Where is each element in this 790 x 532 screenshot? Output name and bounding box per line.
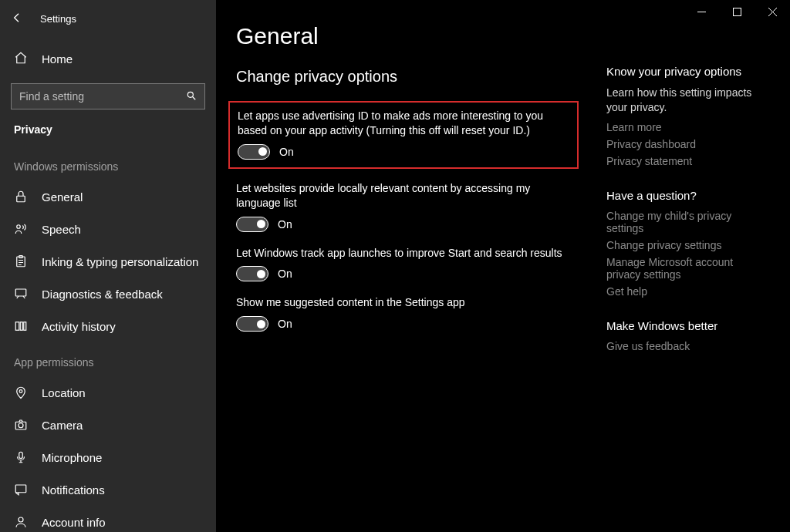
maximize-button[interactable] <box>719 0 755 23</box>
svg-rect-12 <box>19 452 23 458</box>
content-column: General Change privacy options Let apps … <box>216 0 586 532</box>
sidebar-item-label: Notifications <box>42 483 105 497</box>
toggle-state-label: On <box>279 146 294 158</box>
sidebar-item-camera[interactable]: Camera <box>0 409 216 441</box>
sidebar-group-windows: Windows permissions <box>0 146 216 180</box>
notifications-icon <box>14 483 28 497</box>
sidebar-item-activity[interactable]: Activity history <box>0 310 216 342</box>
microphone-icon <box>14 450 28 464</box>
toggle-knob <box>258 147 267 156</box>
link-feedback[interactable]: Give us feedback <box>606 340 759 352</box>
toggle-language-list[interactable] <box>236 217 268 232</box>
sidebar-group-app: App permissions <box>0 342 216 376</box>
camera-icon <box>14 418 28 432</box>
have-question-block: Have a question? Change my child's priva… <box>606 189 759 298</box>
link-child-privacy[interactable]: Change my child's privacy settings <box>606 210 759 234</box>
sidebar-home[interactable]: Home <box>0 42 216 76</box>
clipboard-icon <box>14 254 28 268</box>
sidebar-item-label: General <box>42 190 83 204</box>
toggle-state-label: On <box>278 268 292 280</box>
sidebar-item-microphone[interactable]: Microphone <box>0 441 216 473</box>
setting-desc: Show me suggested content in the Setting… <box>236 295 571 310</box>
page-subtitle: Change privacy options <box>236 68 571 86</box>
sidebar-item-label: Inking & typing personalization <box>42 255 198 268</box>
link-get-help[interactable]: Get help <box>606 285 759 298</box>
link-privacy-statement[interactable]: Privacy statement <box>606 155 759 167</box>
sidebar-item-speech[interactable]: Speech <box>0 213 216 245</box>
toggle-state-label: On <box>278 318 292 330</box>
sidebar-item-label: Camera <box>42 419 83 432</box>
svg-rect-7 <box>20 322 22 331</box>
setting-desc: Let Windows track app launches to improv… <box>236 246 571 261</box>
sidebar-item-general[interactable]: General <box>0 180 216 213</box>
right-heading: Have a question? <box>606 189 759 202</box>
svg-rect-15 <box>733 8 741 15</box>
svg-point-14 <box>19 517 23 522</box>
page-title: General <box>236 23 571 49</box>
close-button[interactable] <box>755 0 790 23</box>
svg-point-0 <box>187 92 193 97</box>
setting-desc: Let apps use advertising ID to make ads … <box>238 109 569 138</box>
sidebar-item-notifications[interactable]: Notifications <box>0 473 216 506</box>
setting-suggested-content: Show me suggested content in the Setting… <box>236 295 571 332</box>
right-heading: Make Windows better <box>606 319 759 332</box>
main: General Change privacy options Let apps … <box>216 0 790 532</box>
sidebar-item-inking[interactable]: Inking & typing personalization <box>0 245 216 278</box>
svg-rect-6 <box>15 322 19 331</box>
toggle-knob <box>257 270 265 278</box>
svg-point-11 <box>19 423 23 428</box>
toggle-suggested-content[interactable] <box>236 316 268 332</box>
sidebar: Settings Home Privacy Windows permission… <box>0 0 216 532</box>
sidebar-item-account-info[interactable]: Account info <box>0 506 216 532</box>
account-icon <box>14 515 28 529</box>
sidebar-item-label: Account info <box>42 516 106 529</box>
back-arrow-icon[interactable] <box>11 12 23 26</box>
link-learn-more[interactable]: Learn more <box>606 121 759 133</box>
sidebar-item-label: Location <box>42 386 86 399</box>
sidebar-item-location[interactable]: Location <box>0 376 216 409</box>
sidebar-category: Privacy <box>0 117 216 146</box>
right-heading: Know your privacy options <box>606 65 759 78</box>
svg-rect-1 <box>17 196 25 202</box>
toggle-row: On <box>236 316 571 332</box>
setting-advertising-id: Let apps use advertising ID to make ads … <box>238 109 569 160</box>
highlighted-setting: Let apps use advertising ID to make ads … <box>228 101 579 169</box>
svg-rect-5 <box>15 289 26 296</box>
link-change-privacy[interactable]: Change privacy settings <box>606 239 759 251</box>
sidebar-item-label: Activity history <box>42 320 116 333</box>
search-input[interactable] <box>19 90 186 103</box>
make-better-block: Make Windows better Give us feedback <box>606 319 759 352</box>
location-icon <box>14 386 28 399</box>
window-controls <box>684 0 790 23</box>
app-title: Settings <box>40 13 76 25</box>
sidebar-home-label: Home <box>42 52 73 66</box>
sidebar-item-diagnostics[interactable]: Diagnostics & feedback <box>0 278 216 310</box>
feedback-icon <box>14 287 28 301</box>
toggle-track-launches[interactable] <box>236 266 268 281</box>
privacy-options-block: Know your privacy options Learn how this… <box>606 65 759 167</box>
svg-rect-8 <box>24 322 26 331</box>
right-text: Learn how this setting impacts your priv… <box>606 86 759 115</box>
minimize-button[interactable] <box>684 0 719 23</box>
toggle-knob <box>257 220 265 228</box>
link-manage-account[interactable]: Manage Microsoft account privacy setting… <box>606 256 759 281</box>
search-box[interactable] <box>11 83 205 109</box>
right-column: Know your privacy options Learn how this… <box>586 0 775 532</box>
sidebar-scroll[interactable]: Windows permissions General Speech Inkin… <box>0 146 216 532</box>
svg-point-9 <box>19 390 22 393</box>
titlebar-left: Settings <box>0 3 216 34</box>
setting-language-list: Let websites provide locally relevant co… <box>236 181 571 232</box>
toggle-advertising-id[interactable] <box>238 144 270 160</box>
sidebar-item-label: Diagnostics & feedback <box>42 288 163 301</box>
link-privacy-dashboard[interactable]: Privacy dashboard <box>606 138 759 150</box>
svg-rect-13 <box>15 485 26 493</box>
sidebar-item-label: Speech <box>42 223 81 236</box>
activity-icon <box>14 319 28 333</box>
toggle-knob <box>257 320 265 328</box>
toggle-row: On <box>236 217 571 232</box>
svg-point-2 <box>17 225 21 229</box>
setting-track-launches: Let Windows track app launches to improv… <box>236 246 571 282</box>
sidebar-item-label: Microphone <box>42 451 102 464</box>
toggle-row: On <box>236 266 571 281</box>
lock-icon <box>14 190 28 204</box>
